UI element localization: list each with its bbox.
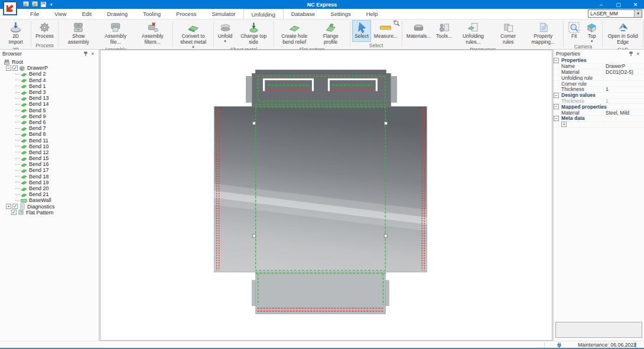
ribbon-button-property-mapping[interactable]: Property mapping... [525, 20, 561, 46]
ribbon-button-select[interactable]: Select [352, 20, 371, 42]
pin-icon[interactable] [627, 51, 635, 57]
tree-item-bend-11[interactable]: Bend 11 [2, 137, 99, 143]
tree-item-bend-8[interactable]: Bend 8 [2, 131, 99, 137]
ribbon-button-2d-import[interactable]: 2D Import [2, 20, 29, 46]
ribbon-button-change-top-side[interactable]: Change top side [235, 20, 272, 46]
2d-import-icon [9, 21, 22, 34]
checkbox-checked[interactable]: ✓ [12, 204, 18, 209]
main-area: Browser × Root−✓DrawerPBend 2Bend 4Bend … [0, 50, 644, 341]
ribbon-button-corner-rules[interactable]: Corner rules [492, 20, 524, 46]
tree-item-bend-4[interactable]: Bend 4 [2, 77, 99, 83]
ribbon-button-label: Assembly filters... [136, 34, 168, 45]
tree-item-bend-15[interactable]: Bend 15 [2, 155, 99, 161]
tree-item-part[interactable]: −✓DrawerP [2, 65, 99, 71]
tree-item-basewall[interactable]: BaseWall [2, 197, 99, 203]
tree-item-bend-1[interactable]: Bend 1 [2, 83, 99, 89]
property-row-material[interactable]: MaterialSteel, Mild [554, 110, 644, 116]
ribbon-button-fit[interactable]: Fit [565, 20, 583, 43]
menu-tab-file[interactable]: File [22, 9, 47, 19]
viewport-canvas[interactable] [100, 50, 552, 341]
tree-item-bend-6[interactable]: Bend 6 [2, 119, 99, 125]
tree-item-diagnostics[interactable]: +✓Diagnostics [2, 204, 99, 210]
collapse-icon[interactable]: − [554, 116, 559, 121]
qat-dropdown-icon[interactable]: ▾ [50, 2, 53, 7]
expand-icon[interactable]: + [6, 204, 11, 209]
ribbon-button-assembly-filters[interactable]: Assembly filters... [134, 20, 171, 46]
tree-item-bend-13[interactable]: Bend 13 [2, 95, 99, 101]
checkbox-checked[interactable]: ✓ [11, 210, 17, 215]
menu-tab-settings[interactable]: Settings [323, 9, 358, 19]
maintenance-icon [557, 342, 562, 349]
close-button[interactable]: ✕ [627, 0, 644, 9]
tree-item-bend-7[interactable]: Bend 7 [2, 125, 99, 131]
menu-tab-edit[interactable]: Edit [74, 9, 99, 19]
property-row-thickness[interactable]: Thickness1 [554, 87, 644, 93]
zoom-selection-icon[interactable] [393, 20, 400, 28]
collapse-icon[interactable]: − [554, 58, 559, 63]
property-section-meta-data[interactable]: −Meta data [554, 116, 644, 122]
menu-tab-drawing[interactable]: Drawing [99, 9, 135, 19]
tree-item-bend-21[interactable]: Bend 21 [2, 191, 99, 197]
machine-selector[interactable]: LASER_MM ▾ [588, 9, 642, 18]
tree-item-root[interactable]: Root [2, 59, 99, 65]
menu-tab-database[interactable]: Database [284, 9, 323, 19]
menu-tab-simulator[interactable]: Simulator [204, 9, 243, 19]
tree-item-label: Bend 4 [29, 77, 46, 83]
tree-item-bend-3[interactable]: Bend 3 [2, 89, 99, 95]
ribbon-button-open-in-solid-edge[interactable]: Open in Solid Edge [604, 20, 641, 46]
ribbon-button-unfold[interactable]: Unfold▾ [216, 20, 235, 46]
tree-item-bend-17[interactable]: Bend 17 [2, 167, 99, 173]
property-label: Corner rule [560, 81, 604, 86]
save-icon[interactable] [40, 1, 47, 8]
tree-item-label: Diagnostics [27, 204, 55, 210]
expand-icon[interactable]: + [561, 122, 567, 127]
ribbon-button-convert-to-sheet-metal[interactable]: Convert to sheet metal▾ [175, 20, 212, 49]
ribbon-button-flange-profile[interactable]: Flange profile [313, 20, 348, 46]
property-row-material[interactable]: MaterialDC01(O2-5) [554, 70, 644, 76]
tree-item-bend-5[interactable]: Bend 5 [2, 107, 99, 113]
property-row-unfolding-rule[interactable]: Unfolding rule [554, 75, 644, 81]
import-part-icon[interactable] [22, 1, 29, 8]
property-row-thickness[interactable]: Thickness1 [554, 99, 644, 105]
tree-item-bend-9[interactable]: Bend 9 [2, 113, 99, 119]
collapse-icon[interactable]: − [6, 66, 11, 71]
tree-item-label: Bend 20 [29, 185, 49, 191]
maximize-button[interactable]: ▢ [610, 0, 627, 9]
collapse-icon[interactable]: − [554, 93, 559, 98]
tree-item-bend-20[interactable]: Bend 20 [2, 185, 99, 191]
tree-item-bend-14[interactable]: Bend 14 [2, 101, 99, 107]
ribbon-button-process[interactable]: Process [33, 20, 56, 42]
tree-item-bend-2[interactable]: Bend 2 [2, 71, 99, 77]
menu-tab-help[interactable]: Help [359, 9, 386, 19]
ribbon-group-select: SelectMeasure...Select [351, 19, 401, 49]
tree-item-bend-16[interactable]: Bend 16 [2, 161, 99, 167]
collapse-icon[interactable]: − [554, 104, 559, 109]
ribbon-button-label: Assembly file... [100, 34, 131, 45]
tree-item-flat-pattern[interactable]: ✓Flat Pattern [2, 210, 99, 216]
tree-item-bend-18[interactable]: Bend 18 [2, 174, 99, 180]
pin-icon[interactable] [82, 51, 89, 57]
menu-tab-process[interactable]: Process [168, 9, 204, 19]
ribbon-button-assembly-file[interactable]: </>Assembly file... [97, 20, 134, 46]
menu-tab-view[interactable]: View [47, 9, 74, 19]
menu-tab-tooling[interactable]: Tooling [135, 9, 168, 19]
machine-dropdown-icon[interactable]: ▾ [634, 10, 642, 17]
ribbon-button-show-assembly[interactable]: Show assembly [60, 20, 97, 46]
tree-item-bend-19[interactable]: Bend 19 [2, 180, 99, 185]
ribbon-button-tools[interactable]: Tools... [434, 20, 454, 46]
meta-data-expand-row[interactable]: + [554, 122, 644, 128]
ribbon-button-top[interactable]: Top▾ [583, 20, 600, 43]
minimize-button[interactable]: – [593, 0, 610, 9]
ribbon-button-create-hole-bend-relief[interactable]: Create hole bend relief [276, 20, 313, 46]
import-assembly-icon[interactable] [31, 1, 38, 8]
tree-item-bend-10[interactable]: Bend 10 [2, 143, 99, 149]
ribbon-button-materials[interactable]: Materials... [404, 20, 433, 46]
app-logo-icon[interactable] [3, 1, 17, 15]
tree-item-bend-12[interactable]: Bend 12 [2, 149, 99, 155]
property-value: DC01(O2-5) [604, 69, 644, 75]
checkbox-checked[interactable]: ✓ [12, 66, 18, 71]
close-panel-icon[interactable]: × [89, 51, 96, 57]
menu-tab-unfolding[interactable]: Unfolding [243, 9, 284, 19]
close-panel-icon[interactable]: × [635, 51, 642, 57]
ribbon-button-unfolding-rules[interactable]: Unfolding rules... [455, 20, 492, 46]
